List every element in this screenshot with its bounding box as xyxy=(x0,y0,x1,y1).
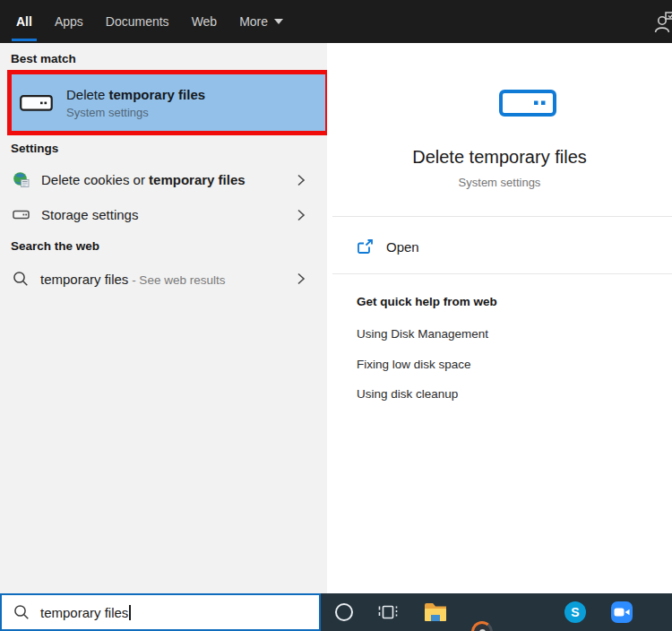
divider xyxy=(332,273,672,274)
tab-web[interactable]: Web xyxy=(190,0,220,43)
best-match-subtitle: System settings xyxy=(66,106,205,119)
open-external-icon xyxy=(357,239,374,255)
result-text: Storage settings xyxy=(41,207,138,222)
help-link-low-disk-space[interactable]: Fixing low disk space xyxy=(357,358,471,371)
result-text: Delete cookies or temporary files xyxy=(41,172,246,187)
result-delete-cookies[interactable]: Delete cookies or temporary files xyxy=(0,162,327,197)
result-storage-settings[interactable]: Storage settings xyxy=(0,197,327,232)
web-query: temporary files xyxy=(40,272,128,287)
search-filter-bar: All Apps Documents Web More xyxy=(0,0,672,43)
person-icon xyxy=(651,11,672,34)
tab-documents-label: Documents xyxy=(106,14,169,29)
best-match-header: Best match xyxy=(11,52,76,65)
tab-web-label: Web xyxy=(192,14,218,29)
account-button[interactable] xyxy=(651,11,672,34)
best-match-annotation-box: Delete temporary files System settings xyxy=(7,70,330,135)
quick-help-header: Get quick help from web xyxy=(357,295,497,308)
help-link-disk-cleanup[interactable]: Using disk cleanup xyxy=(357,387,458,401)
folder-accent xyxy=(431,615,440,621)
search-results-panel: Best match Delete temporary files System… xyxy=(0,43,327,593)
tab-apps-label: Apps xyxy=(55,14,83,29)
tab-more[interactable]: More xyxy=(237,0,285,43)
divider xyxy=(332,216,672,217)
result-web-search[interactable]: temporary files - See web results xyxy=(0,261,327,297)
tab-all-label: All xyxy=(16,14,32,29)
text-cursor xyxy=(129,605,131,620)
result-text-bold: temporary files xyxy=(149,172,246,187)
drive-small-icon xyxy=(13,206,30,223)
windows-search-panel: All Apps Documents Web More Best match xyxy=(0,0,672,631)
open-action[interactable]: Open xyxy=(327,227,672,266)
search-web-header: Search the web xyxy=(11,239,99,253)
settings-header: Settings xyxy=(11,142,58,155)
cortana-icon[interactable] xyxy=(335,603,353,621)
chevron-down-icon xyxy=(274,19,283,24)
search-input[interactable]: temporary files xyxy=(0,593,321,631)
search-input-value: temporary files xyxy=(40,605,128,620)
chevron-right-icon[interactable] xyxy=(297,173,306,187)
search-icon xyxy=(13,271,29,287)
chevron-right-icon[interactable] xyxy=(297,272,306,286)
best-match-title: Delete temporary files xyxy=(66,87,205,102)
result-preview-panel: Delete temporary files System settings O… xyxy=(327,43,672,593)
result-text-normal: Delete cookies or xyxy=(41,172,149,187)
web-suffix: - See web results xyxy=(128,273,225,287)
preview-title: Delete temporary files xyxy=(327,147,672,168)
help-link-disk-management[interactable]: Using Disk Management xyxy=(357,327,488,341)
chevron-right-icon[interactable] xyxy=(297,208,306,222)
open-label: Open xyxy=(386,239,419,255)
search-icon xyxy=(13,604,30,620)
result-text-normal: Storage settings xyxy=(41,207,138,222)
tab-all[interactable]: All xyxy=(14,0,34,43)
file-explorer-icon[interactable] xyxy=(425,603,446,621)
best-match-result[interactable]: Delete temporary files System settings xyxy=(12,74,325,131)
result-text: temporary files - See web results xyxy=(40,272,225,287)
best-match-title-bold: temporary files xyxy=(109,87,206,102)
preview-subtitle: System settings xyxy=(327,176,672,189)
best-match-text: Delete temporary files System settings xyxy=(66,87,205,119)
taskbar: S xyxy=(321,593,672,631)
best-match-title-normal: Delete xyxy=(66,87,109,102)
tab-more-label: More xyxy=(239,14,268,29)
video-camera-icon[interactable] xyxy=(611,601,633,623)
drive-icon-blue xyxy=(499,90,556,117)
task-view-icon[interactable] xyxy=(377,601,399,623)
tab-apps[interactable]: Apps xyxy=(53,0,85,43)
drive-icon xyxy=(20,95,53,111)
skype-icon[interactable]: S xyxy=(564,601,586,623)
globe-icon xyxy=(13,171,30,188)
tab-documents[interactable]: Documents xyxy=(104,0,171,43)
media-disc-icon[interactable] xyxy=(471,621,493,631)
camera-glyph xyxy=(614,606,630,618)
